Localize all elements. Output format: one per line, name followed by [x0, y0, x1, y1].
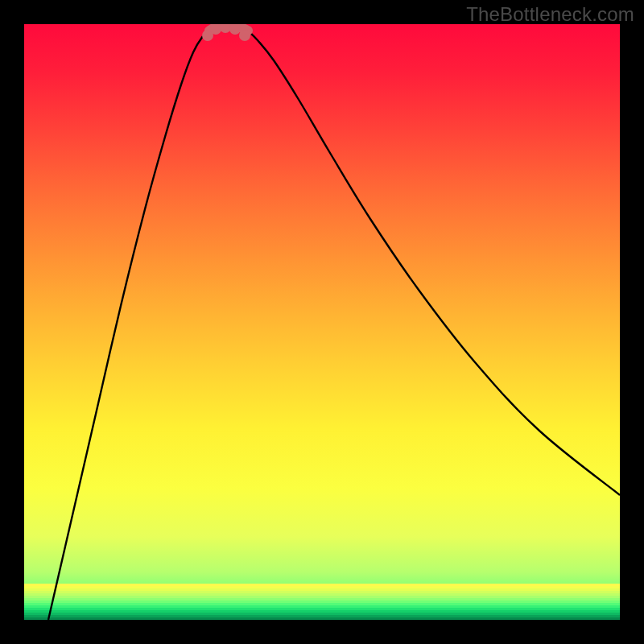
chart-stage: TheBottleneck.com	[0, 0, 644, 644]
curve-layer	[24, 24, 620, 620]
valley-dot	[239, 30, 250, 41]
watermark-text: TheBottleneck.com	[466, 3, 634, 26]
curve-left-branch	[48, 31, 209, 620]
valley-dot	[220, 24, 231, 33]
curve-right-branch	[248, 31, 620, 495]
plot-area	[24, 24, 620, 620]
valley-dot	[229, 24, 241, 35]
